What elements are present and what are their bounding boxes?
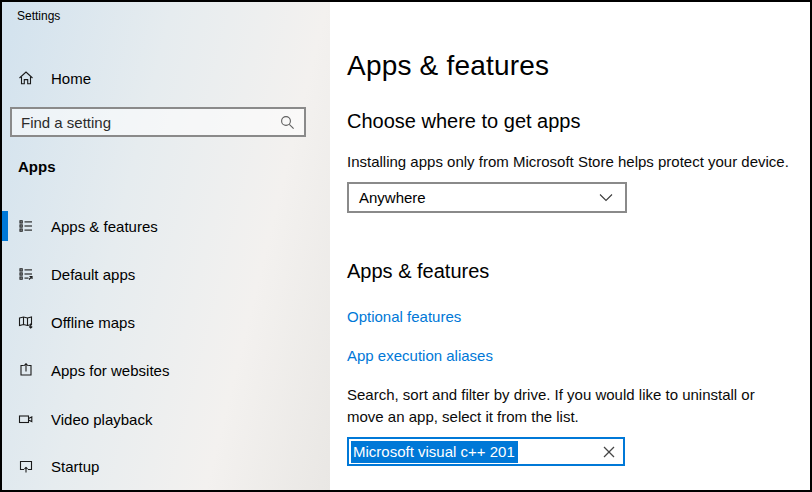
- sidebar-item-apps-features[interactable]: Apps & features: [2, 206, 332, 246]
- home-icon: [18, 70, 34, 86]
- sidebar-item-label: Video playback: [51, 411, 152, 428]
- close-icon[interactable]: [603, 446, 615, 458]
- sidebar-item-label: Offline maps: [51, 314, 135, 331]
- optional-features-link[interactable]: Optional features: [347, 308, 461, 325]
- find-setting-input[interactable]: [12, 114, 280, 131]
- sidebar-item-label: Default apps: [51, 266, 135, 283]
- app-source-dropdown-value: Anywhere: [359, 189, 426, 206]
- offline-maps-icon: [18, 314, 34, 330]
- sidebar-item-home[interactable]: Home: [2, 60, 332, 96]
- apps-filter-selected-text: Microsoft visual c++ 201: [351, 441, 518, 463]
- apps-features-list-icon: [18, 218, 34, 234]
- app-source-dropdown[interactable]: Anywhere: [347, 182, 627, 213]
- sidebar-item-startup[interactable]: Startup: [2, 446, 332, 486]
- search-help-line1: Search, sort and filter by drive. If you…: [347, 384, 755, 406]
- chevron-down-icon: [599, 193, 613, 202]
- sidebar: Settings Home Apps: [2, 2, 332, 490]
- window-title: Settings: [17, 9, 60, 23]
- sidebar-item-label: Apps for websites: [51, 362, 169, 379]
- video-playback-icon: [18, 411, 34, 427]
- find-setting-searchbox[interactable]: [10, 107, 306, 137]
- choose-where-heading: Choose where to get apps: [347, 110, 581, 133]
- sidebar-item-default-apps[interactable]: Default apps: [2, 254, 332, 294]
- apps-for-websites-icon: [18, 362, 34, 378]
- sidebar-item-apps-for-websites[interactable]: Apps for websites: [2, 350, 332, 390]
- search-help-text: Search, sort and filter by drive. If you…: [347, 384, 755, 428]
- sidebar-item-offline-maps[interactable]: Offline maps: [2, 302, 332, 342]
- main-content: Apps & features Choose where to get apps…: [330, 2, 810, 490]
- apps-features-section-heading: Apps & features: [347, 260, 489, 283]
- page-title: Apps & features: [347, 50, 549, 82]
- apps-filter-input[interactable]: Microsoft visual c++ 201: [347, 437, 625, 466]
- startup-icon: [18, 458, 34, 474]
- search-help-line2: move an app, select it from the list.: [347, 406, 755, 428]
- settings-window: Settings Home Apps: [0, 0, 812, 492]
- sidebar-item-label: Apps & features: [51, 218, 158, 235]
- app-execution-aliases-link[interactable]: App execution aliases: [347, 347, 493, 364]
- sidebar-item-label: Home: [51, 70, 91, 87]
- sidebar-section-header: Apps: [18, 158, 56, 175]
- search-icon[interactable]: [280, 115, 295, 130]
- default-apps-icon: [18, 266, 34, 282]
- sidebar-item-video-playback[interactable]: Video playback: [2, 399, 332, 439]
- choose-where-description: Installing apps only from Microsoft Stor…: [347, 151, 789, 173]
- sidebar-item-label: Startup: [51, 458, 99, 475]
